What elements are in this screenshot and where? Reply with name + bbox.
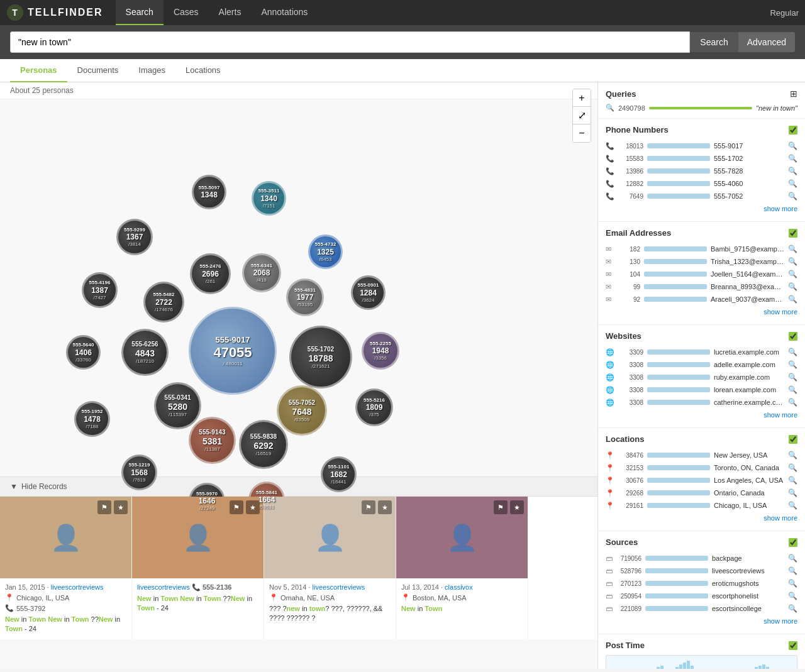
persona-bubble[interactable]: 555-1952 1478 /7188 (74, 401, 110, 437)
locations-title: Locations (606, 434, 644, 444)
persona-bubble[interactable]: 555-5482 2722 /174676 (143, 282, 184, 322)
item-search-icon[interactable]: 🔍 (788, 592, 797, 600)
persona-bubble[interactable]: 555-4831 1977 /53195 (286, 278, 324, 316)
phones-show-more[interactable]: show more (606, 202, 797, 215)
item-icon: 📞 (606, 180, 614, 188)
record-source[interactable]: liveescortreviews (51, 583, 104, 591)
websites-checkbox[interactable] (789, 332, 797, 341)
record-source[interactable]: liveescortreviews (137, 583, 190, 591)
item-search-icon[interactable]: 🔍 (788, 579, 797, 588)
item-search-icon[interactable]: 🔍 (788, 554, 797, 563)
tab-locations[interactable]: Locations (175, 59, 231, 82)
item-bar (645, 593, 708, 598)
fullscreen-button[interactable]: ⤢ (573, 107, 591, 124)
post-time-checkbox[interactable] (789, 641, 797, 650)
item-search-icon[interactable]: 🔍 (788, 154, 797, 163)
flag-button[interactable]: ⚑ (494, 500, 508, 514)
tab-images[interactable]: Images (128, 59, 175, 82)
item-search-icon[interactable]: 🔍 (788, 463, 797, 472)
item-search-icon[interactable]: 🔍 (788, 192, 797, 201)
records-toggle[interactable]: ▼ Hide Records (0, 477, 597, 497)
bubble-sub: /53195 (297, 302, 313, 307)
nav-tab-cases[interactable]: Cases (164, 0, 209, 25)
persona-bubble[interactable]: 555-7052 7648 /63509 (277, 385, 327, 436)
persona-bubble[interactable]: 555-5216 1809 /375 (355, 388, 393, 426)
item-search-icon[interactable]: 🔍 (788, 398, 797, 407)
websites-show-more[interactable]: show more (606, 409, 797, 421)
persona-bubble[interactable]: 555-1101 1682 /16441 (321, 456, 357, 492)
persona-bubble[interactable]: 555-9143 5381 /11387 (189, 417, 236, 464)
item-search-icon[interactable]: 🔍 (788, 348, 797, 356)
star-button[interactable]: ★ (246, 500, 260, 514)
item-search-icon[interactable]: 🔍 (788, 451, 797, 460)
persona-bubble[interactable]: 555-0901 1284 /3624 (351, 275, 386, 310)
sources-checkbox[interactable] (789, 538, 797, 547)
emails-show-more[interactable]: show more (606, 306, 797, 318)
tab-documents[interactable]: Documents (67, 59, 129, 82)
item-search-icon[interactable]: 🔍 (788, 488, 797, 497)
item-search-icon[interactable]: 🔍 (788, 257, 797, 266)
item-search-icon[interactable]: 🔍 (788, 501, 797, 510)
persona-bubble[interactable]: 555-6341 2068 /419 (242, 253, 281, 292)
record-source[interactable]: liveescortreviews (313, 583, 365, 591)
item-search-icon[interactable]: 🔍 (788, 282, 797, 291)
websites-header: Websites (606, 331, 797, 341)
persona-bubble[interactable]: 555-4732 1325 /6453 (308, 234, 343, 269)
locations-show-more[interactable]: show more (606, 512, 797, 524)
item-label: Los Angeles, CA, USA (714, 476, 784, 484)
item-search-icon[interactable]: 🔍 (788, 179, 797, 188)
persona-bubble[interactable]: 555-0341 5280 /115397 (154, 382, 201, 429)
advanced-button[interactable]: Advanced (738, 32, 795, 52)
persona-bubble[interactable]: 555-6256 4843 /187210 (121, 329, 169, 376)
item-search-icon[interactable]: 🔍 (788, 604, 797, 613)
persona-bubble[interactable]: 555-9017 47055 / 480011 (189, 307, 277, 395)
item-search-icon[interactable]: 🔍 (788, 373, 797, 382)
nav-tab-annotations[interactable]: Annotations (251, 0, 318, 25)
queries-expand-icon[interactable]: ⊞ (790, 89, 797, 99)
sidebar-locations: Locations 📍 38476 New Jersey, USA 🔍 📍 32… (598, 428, 805, 531)
persona-bubble[interactable]: 555-2476 2696 /261 (190, 253, 231, 294)
nav-tab-alerts[interactable]: Alerts (209, 0, 252, 25)
flag-button[interactable]: ⚑ (230, 500, 243, 514)
item-search-icon[interactable]: 🔍 (788, 360, 797, 369)
phones-checkbox[interactable] (789, 126, 797, 135)
star-button[interactable]: ★ (114, 500, 128, 514)
flag-button[interactable]: ⚑ (362, 500, 375, 514)
zoom-out-button[interactable]: − (573, 124, 591, 142)
persona-bubble[interactable]: 555-1219 1568 /7619 (121, 454, 157, 490)
bubble-id: 555-9017 (216, 335, 250, 345)
search-button[interactable]: Search (690, 32, 738, 52)
sources-show-more[interactable]: show more (606, 615, 797, 627)
item-search-icon[interactable]: 🔍 (788, 385, 797, 394)
star-button[interactable]: ★ (510, 500, 524, 514)
persona-bubble[interactable]: 555-9299 1367 /3814 (116, 219, 153, 255)
item-search-icon[interactable]: 🔍 (788, 167, 797, 175)
persona-bubble[interactable]: 555-9838 6292 /16519 (239, 420, 288, 469)
persona-bubble[interactable]: 555-4196 1387 /7427 (82, 272, 118, 308)
highlight-new2-b: New (180, 595, 194, 602)
bubbles-container: 555-5097 1348 555-3511 1340 /7151 555-47… (0, 99, 597, 476)
bubble-count: 1406 (75, 348, 92, 357)
nav-tab-search[interactable]: Search (116, 0, 164, 25)
persona-bubble[interactable]: 555-2255 1948 /3356 (362, 332, 399, 370)
item-search-icon[interactable]: 🔍 (788, 566, 797, 575)
persona-bubble[interactable]: 555-5097 1348 (192, 175, 226, 209)
emails-checkbox[interactable] (789, 229, 797, 238)
tab-personas[interactable]: Personas (10, 59, 67, 82)
locations-checkbox[interactable] (789, 435, 797, 444)
item-search-icon[interactable]: 🔍 (788, 245, 797, 253)
persona-bubble[interactable]: 555-5640 1406 /33760 (66, 335, 101, 370)
persona-bubble[interactable]: 555-1702 18788 /271621 (289, 326, 352, 388)
star-button[interactable]: ★ (378, 500, 392, 514)
record-source[interactable]: classivox (445, 583, 473, 591)
item-search-icon[interactable]: 🔍 (788, 295, 797, 304)
item-search-icon[interactable]: 🔍 (788, 270, 797, 278)
search-input[interactable] (10, 31, 690, 53)
item-search-icon[interactable]: 🔍 (788, 476, 797, 485)
bubble-id: 555-9970 (196, 491, 218, 497)
nav-user[interactable]: Regular (770, 8, 799, 18)
item-search-icon[interactable]: 🔍 (788, 141, 797, 150)
zoom-in-button[interactable]: + (573, 89, 591, 107)
flag-button[interactable]: ⚑ (97, 500, 111, 514)
persona-bubble[interactable]: 555-3511 1340 /7151 (252, 181, 286, 216)
